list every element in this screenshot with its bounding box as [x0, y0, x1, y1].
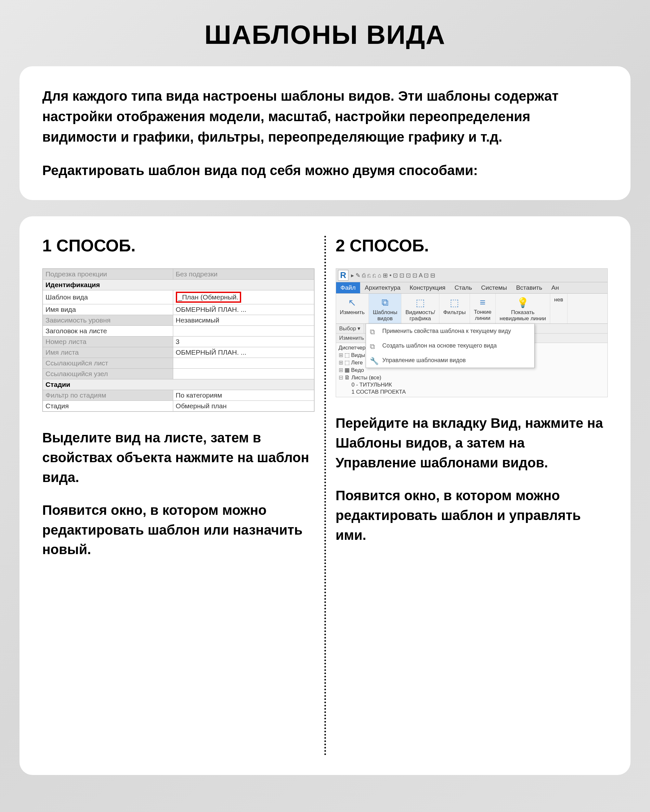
table-row: Имя листаОБМЕРНЫЙ ПЛАН. ... — [43, 347, 314, 358]
filters-button[interactable]: ⬚ Фильтры — [439, 294, 470, 324]
templates-icon: ⧉ — [373, 297, 397, 308]
thin-lines-button[interactable]: ≡ Тонкие линии — [470, 294, 496, 324]
method-2-column: 2 СПОСОБ. R ▸ ✎ ⎙ ⎌ ⎌ ⌂ ⊞ • ⊡ ⊡ ⊡ ⊡ A ⊡ … — [326, 236, 608, 756]
create-icon: ⧉ — [370, 342, 375, 351]
intro-p1: Для каждого типа вида настроены шаблоны … — [42, 86, 608, 147]
method-1-column: 1 СПОСОБ. Подрезка проекцииБез подрезки … — [42, 236, 324, 756]
methods-card: 1 СПОСОБ. Подрезка проекцииБез подрезки … — [20, 216, 630, 775]
intro-card: Для каждого типа вида настроены шаблоны … — [20, 66, 630, 200]
menu-apply-template[interactable]: ⧉Применить свойства шаблона к текущему в… — [366, 324, 534, 339]
ribbon-tabs: Файл Архитектура Конструкция Сталь Систе… — [336, 282, 608, 294]
wrench-icon: 🔧 — [370, 357, 379, 365]
revit-logo-icon: R — [338, 270, 349, 281]
table-row: Имя видаОБМЕРНЫЙ ПЛАН. ... — [43, 304, 314, 315]
lines-icon: ≡ — [474, 297, 491, 308]
method-2-description: Перейдите на вкладку Вид, нажмите на Шаб… — [336, 414, 608, 545]
modify-button[interactable]: ↖ Изменить — [336, 294, 369, 324]
cursor-icon: ↖ — [340, 297, 365, 308]
view-templates-button[interactable]: ⧉ Шаблоны видов ⧉Применить свойства шабл… — [369, 294, 401, 324]
visibility-button[interactable]: ⬚ Видимость/ графика — [401, 294, 439, 324]
tree-item[interactable]: 1 СОСТАВ ПРОЕКТА — [339, 388, 605, 395]
view-template-cell[interactable]: _План (Обмерный. — [173, 290, 314, 304]
open-icon[interactable]: ▸ ✎ ⎙ ⎌ ⎌ ⌂ ⊞ • ⊡ ⊡ ⊡ ⊡ A ⊡ ⊟ — [351, 272, 435, 279]
remove-hidden-button[interactable]: нев — [550, 294, 567, 324]
apply-icon: ⧉ — [370, 328, 375, 336]
select-dropdown[interactable]: Выбор ▾ — [336, 324, 364, 333]
highlighted-value: _План (Обмерный. — [176, 292, 241, 303]
expand-icon[interactable]: ⊞ — [339, 352, 343, 358]
quick-access-toolbar: R ▸ ✎ ⎙ ⎌ ⎌ ⌂ ⊞ • ⊡ ⊡ ⊡ ⊡ A ⊡ ⊟ — [336, 269, 608, 282]
method-2-heading: 2 СПОСОБ. — [336, 236, 608, 255]
tab-construction[interactable]: Конструкция — [405, 282, 450, 293]
table-row: Заголовок на листе — [43, 326, 314, 336]
tree-item[interactable]: ⊟🗎 Листы (все) — [339, 374, 605, 381]
section-header: Идентификация — [43, 280, 314, 290]
method-1-description: Выделите вид на листе, затем в свойствах… — [42, 428, 315, 560]
properties-panel-screenshot: Подрезка проекцииБез подрезки Идентифика… — [42, 268, 315, 412]
table-row: Номер листа3 — [43, 336, 314, 347]
tab-an[interactable]: Ан — [547, 282, 563, 293]
ribbon-screenshot: R ▸ ✎ ⎙ ⎌ ⎌ ⌂ ⊞ • ⊡ ⊡ ⊡ ⊡ A ⊡ ⊟ Файл Арх… — [336, 268, 608, 397]
show-hidden-button[interactable]: 💡 Показать невидимые линии — [496, 294, 550, 324]
table-row: Фильтр по стадиямПо категориям — [43, 390, 314, 401]
tab-steel[interactable]: Сталь — [450, 282, 477, 293]
intro-p2: Редактировать шаблон вида под себя можно… — [42, 160, 608, 180]
intro-text: Для каждого типа вида настроены шаблоны … — [42, 86, 608, 180]
tab-systems[interactable]: Системы — [476, 282, 512, 293]
properties-table: Подрезка проекцииБез подрезки Идентифика… — [43, 269, 314, 412]
tab-file[interactable]: Файл — [336, 282, 361, 293]
table-row: Подрезка проекцииБез подрезки — [43, 269, 314, 280]
tree-item[interactable]: 0 - ТИТУЛЬНИК — [339, 381, 605, 388]
menu-create-template[interactable]: ⧉Создать шаблон на основе текущего вида — [366, 339, 534, 353]
expand-icon[interactable]: ⊞ — [339, 360, 343, 366]
section-header: Стадии — [43, 379, 314, 390]
templates-dropdown: ⧉Применить свойства шаблона к текущему в… — [366, 324, 535, 368]
table-row: Ссылающийся лист — [43, 358, 314, 369]
collapse-icon[interactable]: ⊟ — [339, 374, 343, 381]
menu-manage-templates[interactable]: 🔧Управление шаблонами видов — [366, 353, 534, 368]
ribbon-buttons: ↖ Изменить ⧉ Шаблоны видов ⧉Применить св… — [336, 294, 608, 324]
visibility-icon: ⬚ — [405, 297, 435, 308]
method-1-heading: 1 СПОСОБ. — [42, 236, 315, 255]
expand-icon[interactable]: ⊞ — [339, 367, 343, 373]
table-row: СтадияОбмерный план — [43, 401, 314, 412]
page-title: ШАБЛОНЫ ВИДА — [20, 20, 630, 50]
table-row: Зависимость уровняНезависимый — [43, 315, 314, 326]
filters-icon: ⬚ — [443, 297, 466, 308]
table-row: Ссылающийся узел — [43, 369, 314, 379]
table-row: Шаблон вида_План (Обмерный. — [43, 290, 314, 304]
bulb-icon: 💡 — [500, 297, 546, 308]
tab-insert[interactable]: Вставить — [512, 282, 547, 293]
tab-architecture[interactable]: Архитектура — [360, 282, 405, 293]
